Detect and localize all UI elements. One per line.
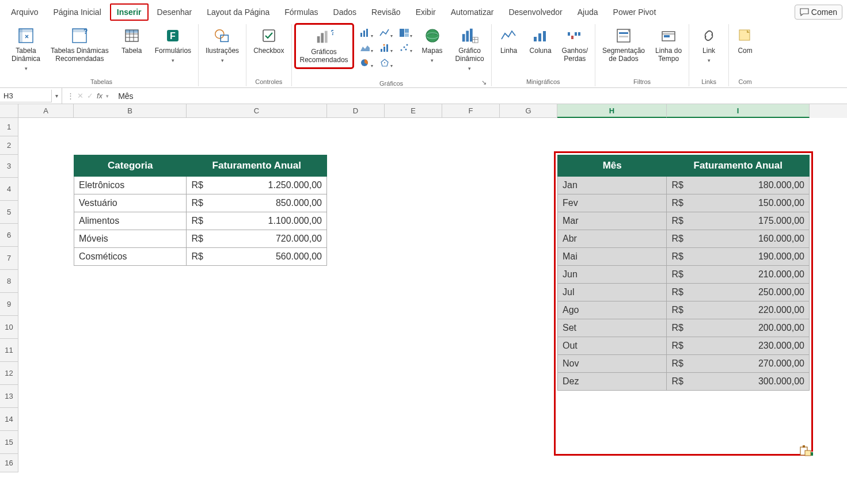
col-header-D[interactable]: D bbox=[327, 104, 385, 118]
maps-button[interactable]: Mapas ▾ bbox=[416, 24, 449, 66]
row-header-2[interactable]: 2 bbox=[0, 136, 18, 155]
fx-icon[interactable]: fx bbox=[97, 91, 102, 100]
cell-faturamento[interactable]: R$175.000,00 bbox=[667, 212, 810, 230]
row-header-5[interactable]: 5 bbox=[0, 201, 18, 224]
cell-faturamento[interactable]: R$180.000,00 bbox=[667, 177, 810, 194]
more-options-icon[interactable]: ⋮ bbox=[67, 91, 74, 100]
table-row[interactable]: JanR$180.000,00 bbox=[558, 177, 810, 194]
pivot-chart-button[interactable]: Gráfico Dinâmico ▾ bbox=[452, 24, 488, 74]
select-all-corner[interactable] bbox=[0, 104, 18, 118]
illustrations-button[interactable]: Ilustrações ▾ bbox=[202, 24, 242, 66]
area-chart-button[interactable]: ▾ bbox=[356, 41, 374, 54]
formula-input[interactable]: Mês bbox=[113, 90, 847, 102]
cell-faturamento[interactable]: R$210.000,00 bbox=[667, 266, 810, 284]
line-chart-button[interactable]: ▾ bbox=[376, 26, 393, 39]
table-row[interactable]: MóveisR$720.000,00 bbox=[74, 230, 327, 248]
table-mes[interactable]: Mês Faturamento Anual JanR$180.000,00Fev… bbox=[557, 155, 810, 391]
table-row[interactable]: CosméticosR$560.000,00 bbox=[74, 248, 327, 266]
table-row[interactable]: AbrR$160.000,00 bbox=[558, 230, 810, 248]
cell-faturamento[interactable]: R$160.000,00 bbox=[667, 230, 810, 248]
stat-chart-button[interactable]: ▾ bbox=[376, 41, 393, 54]
row-header-15[interactable]: 15 bbox=[0, 431, 18, 454]
cell-faturamento[interactable]: R$560.000,00 bbox=[187, 248, 327, 266]
cell-mes[interactable]: Jan bbox=[558, 177, 667, 194]
table-button[interactable]: Tabela bbox=[116, 24, 148, 58]
cell-faturamento[interactable]: R$150.000,00 bbox=[667, 194, 810, 212]
cell-mes[interactable]: Set bbox=[558, 319, 667, 337]
cell-mes[interactable]: Fev bbox=[558, 194, 667, 212]
table-mes-header-val[interactable]: Faturamento Anual bbox=[667, 155, 810, 177]
cell-faturamento[interactable]: R$220.000,00 bbox=[667, 301, 810, 319]
cell-categoria[interactable]: Eletrônicos bbox=[74, 177, 187, 194]
table-row[interactable]: SetR$200.000,00 bbox=[558, 319, 810, 337]
checkbox-button[interactable]: Checkbox bbox=[250, 24, 287, 58]
table-row[interactable]: EletrônicosR$1.250.000,00 bbox=[74, 177, 327, 194]
table-row[interactable]: JunR$210.000,00 bbox=[558, 266, 810, 284]
col-header-A[interactable]: A bbox=[18, 104, 74, 118]
cell-mes[interactable]: Abr bbox=[558, 230, 667, 248]
tab-layout-da-página[interactable]: Layout da Página bbox=[200, 4, 276, 20]
comment-insert-button[interactable]: Com bbox=[732, 24, 758, 58]
row-header-16[interactable]: 16 bbox=[0, 454, 18, 472]
tab-página-inicial[interactable]: Página Inicial bbox=[47, 4, 107, 20]
table-row[interactable]: JulR$250.000,00 bbox=[558, 284, 810, 301]
sparkline-column-button[interactable]: Coluna bbox=[526, 24, 555, 58]
table-row[interactable]: DezR$300.000,00 bbox=[558, 373, 810, 391]
slicer-button[interactable]: Segmentação de Dados bbox=[599, 24, 648, 66]
row-header-9[interactable]: 9 bbox=[0, 293, 18, 316]
forms-button[interactable]: F Formulários ▾ bbox=[151, 24, 195, 66]
cell-mes[interactable]: Mar bbox=[558, 212, 667, 230]
tab-dados[interactable]: Dados bbox=[327, 4, 363, 20]
cell-faturamento[interactable]: R$230.000,00 bbox=[667, 337, 810, 355]
row-header-13[interactable]: 13 bbox=[0, 385, 18, 408]
table-row[interactable]: OutR$230.000,00 bbox=[558, 337, 810, 355]
col-header-G[interactable]: G bbox=[500, 104, 557, 118]
col-header-E[interactable]: E bbox=[385, 104, 442, 118]
row-header-12[interactable]: 12 bbox=[0, 362, 18, 385]
cell-mes[interactable]: Jun bbox=[558, 266, 667, 284]
treemap-button[interactable]: ▾ bbox=[396, 26, 413, 39]
tab-fórmulas[interactable]: Fórmulas bbox=[278, 4, 324, 20]
col-header-C[interactable]: C bbox=[187, 104, 327, 118]
cell-mes[interactable]: Ago bbox=[558, 301, 667, 319]
cell-categoria[interactable]: Móveis bbox=[74, 230, 187, 248]
cell-categoria[interactable]: Vestuário bbox=[74, 194, 187, 212]
link-button[interactable]: Link ▾ bbox=[693, 24, 725, 66]
pie-chart-button[interactable]: ▾ bbox=[356, 56, 374, 69]
table-row[interactable]: VestuárioR$850.000,00 bbox=[74, 194, 327, 212]
tab-desenhar[interactable]: Desenhar bbox=[151, 4, 199, 20]
name-box-dropdown[interactable]: ▾ bbox=[52, 88, 62, 104]
cell-faturamento[interactable]: R$190.000,00 bbox=[667, 248, 810, 266]
col-header-F[interactable]: F bbox=[442, 104, 500, 118]
row-header-14[interactable]: 14 bbox=[0, 408, 18, 431]
cell-faturamento[interactable]: R$270.000,00 bbox=[667, 355, 810, 373]
tab-power-pivot[interactable]: Power Pivot bbox=[607, 4, 663, 20]
table-categoria-header-cat[interactable]: Categoria bbox=[74, 155, 187, 177]
row-header-4[interactable]: 4 bbox=[0, 178, 18, 201]
timeline-button[interactable]: Linha do Tempo bbox=[652, 24, 685, 66]
row-header-8[interactable]: 8 bbox=[0, 270, 18, 293]
cell-faturamento[interactable]: R$720.000,00 bbox=[187, 230, 327, 248]
tab-desenvolvedor[interactable]: Desenvolvedor bbox=[502, 4, 568, 20]
table-row[interactable]: MaiR$190.000,00 bbox=[558, 248, 810, 266]
cell-categoria[interactable]: Cosméticos bbox=[74, 248, 187, 266]
tab-arquivo[interactable]: Arquivo bbox=[5, 4, 44, 20]
table-categoria-header-val[interactable]: Faturamento Anual bbox=[187, 155, 327, 177]
table-mes-header-mes[interactable]: Mês bbox=[558, 155, 667, 177]
cell-mes[interactable]: Jul bbox=[558, 284, 667, 301]
comments-button[interactable]: Comen bbox=[795, 5, 842, 20]
recommended-pivot-button[interactable]: ? Tabelas Dinâmicas Recomendadas bbox=[47, 24, 112, 66]
scatter-chart-button[interactable]: ▾ bbox=[396, 41, 413, 54]
table-row[interactable]: MarR$175.000,00 bbox=[558, 212, 810, 230]
name-box[interactable]: H3 bbox=[0, 90, 52, 102]
table-row[interactable]: NovR$270.000,00 bbox=[558, 355, 810, 373]
table-row[interactable]: AlimentosR$1.100.000,00 bbox=[74, 212, 327, 230]
radar-chart-button[interactable]: ▾ bbox=[376, 56, 393, 69]
sparkline-line-button[interactable]: Linha bbox=[495, 24, 523, 58]
cell-faturamento[interactable]: R$1.250.000,00 bbox=[187, 177, 327, 194]
cell-faturamento[interactable]: R$1.100.000,00 bbox=[187, 212, 327, 230]
column-chart-button[interactable]: ▾ bbox=[356, 26, 374, 39]
cell-faturamento[interactable]: R$250.000,00 bbox=[667, 284, 810, 301]
cell-mes[interactable]: Dez bbox=[558, 373, 667, 391]
tab-exibir[interactable]: Exibir bbox=[409, 4, 442, 20]
